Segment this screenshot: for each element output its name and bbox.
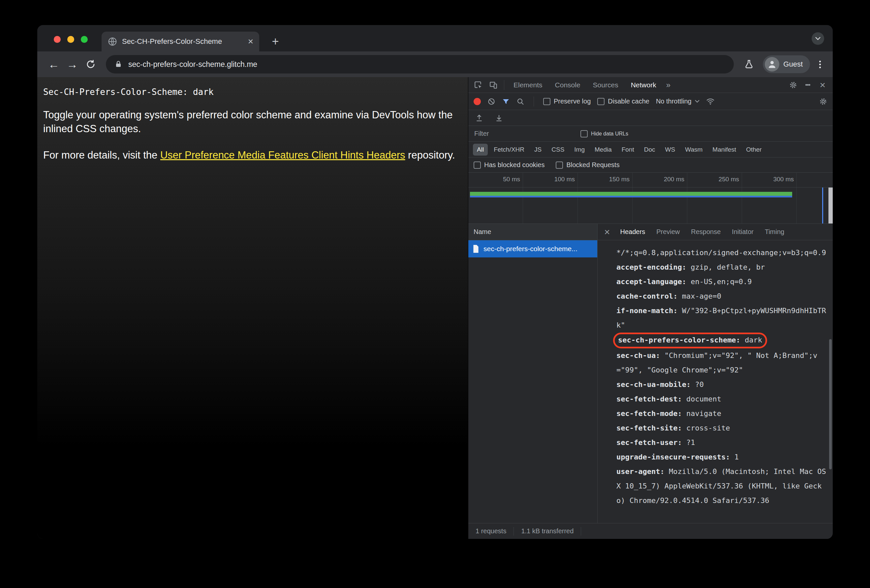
- lock-icon[interactable]: [115, 60, 122, 68]
- back-icon[interactable]: ←: [45, 55, 63, 73]
- hide-data-urls-checkbox[interactable]: Hide data URLs: [581, 130, 628, 137]
- overview-bar-green: [470, 192, 792, 196]
- pill-other[interactable]: Other: [742, 144, 766, 156]
- tick-label: 200 ms: [645, 176, 684, 183]
- header-line: sec-fetch-mode: navigate: [617, 406, 827, 421]
- traffic-lights: [54, 36, 88, 43]
- header-line: sec-fetch-user: ?1: [617, 435, 827, 450]
- header-line: accept-encoding: gzip, deflate, br: [617, 260, 827, 275]
- fullscreen-window-button[interactable]: [81, 36, 88, 43]
- tab-console[interactable]: Console: [549, 77, 586, 93]
- header-line: upgrade-insecure-requests: 1: [617, 450, 827, 465]
- document-icon: [472, 245, 480, 253]
- tick-label: 250 ms: [700, 176, 739, 183]
- header-line: */*;q=0.8,application/signed-exchange;v=…: [617, 245, 827, 260]
- pill-fetch-xhr[interactable]: Fetch/XHR: [490, 144, 528, 156]
- close-window-button[interactable]: [54, 36, 61, 43]
- beaker-icon[interactable]: [740, 55, 758, 73]
- filter-funnel-icon[interactable]: [502, 98, 510, 105]
- inspect-element-icon[interactable]: [471, 79, 486, 92]
- pill-wasm[interactable]: Wasm: [681, 144, 706, 156]
- header-line: sec-fetch-site: cross-site: [617, 421, 827, 435]
- pill-all[interactable]: All: [473, 144, 488, 156]
- pill-font[interactable]: Font: [618, 144, 638, 156]
- close-details-icon[interactable]: ×: [600, 227, 615, 237]
- network-controls: Preserve log Disable cache No throttling: [468, 93, 833, 110]
- export-har-icon[interactable]: [495, 114, 503, 122]
- browser-tab[interactable]: Sec-CH-Prefers-Color-Scheme ×: [101, 32, 259, 51]
- checkbox-icon: [474, 162, 481, 169]
- header-line: sec-ch-ua: "Chromium";v="92", " Not A;Br…: [617, 348, 827, 377]
- device-toolbar-icon[interactable]: [486, 79, 501, 92]
- color-scheme-status-text: Sec-CH-Prefers-Color-Scheme: dark: [43, 87, 462, 97]
- overview-scroll-handle[interactable]: [828, 187, 833, 223]
- header-line: sec-fetch-dest: document: [617, 392, 827, 406]
- devtools-close-icon[interactable]: ×: [815, 80, 830, 90]
- type-filter-pills: All Fetch/XHR JS CSS Img Media Font Doc …: [468, 142, 833, 157]
- clear-icon[interactable]: [487, 98, 495, 105]
- detail-tabbar: × Headers Preview Response Initiator Tim…: [597, 224, 833, 240]
- scrollbar-thumb[interactable]: [829, 339, 832, 469]
- url-bar[interactable]: sec-ch-prefers-color-scheme.glitch.me: [106, 55, 734, 73]
- overview-bar-blue: [470, 196, 792, 197]
- devtools-settings-gear-icon[interactable]: [786, 79, 800, 92]
- pill-doc[interactable]: Doc: [640, 144, 659, 156]
- load-event-line: [822, 187, 823, 223]
- requests-table: Name sec-ch-prefers-color-scheme...: [468, 224, 597, 523]
- blocked-requests-checkbox[interactable]: Blocked Requests: [556, 161, 619, 169]
- network-settings-gear-icon[interactable]: [819, 97, 827, 106]
- pill-img[interactable]: Img: [570, 144, 589, 156]
- forward-icon[interactable]: →: [63, 55, 82, 73]
- header-line: cache-control: max-age=0: [617, 289, 827, 304]
- header-line: sec-ch-ua-mobile: ?0: [617, 377, 827, 392]
- tab-response[interactable]: Response: [685, 224, 726, 240]
- throttling-select[interactable]: No throttling: [656, 98, 700, 105]
- request-name: sec-ch-prefers-color-scheme...: [484, 245, 578, 253]
- new-tab-button[interactable]: +: [268, 34, 283, 49]
- tab-preview[interactable]: Preview: [651, 224, 685, 240]
- search-icon[interactable]: [517, 98, 524, 105]
- header-line: accept-language: en-US,en;q=0.9: [617, 275, 827, 289]
- favicon-globe-icon: [107, 37, 118, 46]
- more-tabs-icon[interactable]: »: [663, 80, 674, 90]
- profile-button[interactable]: Guest: [763, 55, 810, 73]
- minimize-window-button[interactable]: [67, 36, 74, 43]
- tab-close-icon[interactable]: ×: [248, 37, 253, 46]
- tick-label: 300 ms: [754, 176, 794, 183]
- pill-js[interactable]: JS: [530, 144, 545, 156]
- import-har-icon[interactable]: [475, 114, 484, 122]
- request-row[interactable]: sec-ch-prefers-color-scheme...: [468, 240, 597, 257]
- preserve-log-checkbox[interactable]: Preserve log: [543, 98, 591, 105]
- headers-list: */*;q=0.8,application/signed-exchange;v=…: [597, 240, 833, 523]
- blocked-row: Has blocked cookies Blocked Requests: [468, 157, 833, 173]
- tab-search-chevron-icon[interactable]: [812, 32, 824, 45]
- pill-ws[interactable]: WS: [661, 144, 679, 156]
- checkbox-icon: [581, 130, 588, 137]
- tab-headers[interactable]: Headers: [615, 224, 651, 240]
- tick-label: 50 ms: [481, 176, 520, 183]
- tab-sources[interactable]: Sources: [587, 77, 624, 93]
- tab-elements[interactable]: Elements: [508, 77, 548, 93]
- reload-icon[interactable]: [82, 55, 100, 73]
- tick-label: 100 ms: [535, 176, 575, 183]
- pill-media[interactable]: Media: [591, 144, 616, 156]
- web-page: Sec-CH-Prefers-Color-Scheme: dark Toggle…: [37, 77, 468, 539]
- network-overview[interactable]: 50 ms 100 ms 150 ms 200 ms 250 ms 300 ms: [468, 173, 833, 224]
- client-hints-repo-link[interactable]: User Preference Media Features Client Hi…: [160, 149, 405, 161]
- devtools-panel: Elements Console Sources Network » ×: [468, 77, 833, 539]
- network-conditions-icon[interactable]: [706, 97, 715, 106]
- browser-menu-icon[interactable]: [815, 59, 825, 70]
- tab-network[interactable]: Network: [625, 77, 662, 93]
- disable-cache-checkbox[interactable]: Disable cache: [597, 98, 650, 105]
- has-blocked-cookies-checkbox[interactable]: Has blocked cookies: [474, 161, 544, 169]
- devtools-menu-icon[interactable]: [800, 79, 815, 92]
- record-icon[interactable]: [474, 98, 481, 105]
- tab-timing[interactable]: Timing: [759, 224, 790, 240]
- pill-css[interactable]: CSS: [547, 144, 568, 156]
- filter-input[interactable]: [474, 129, 572, 138]
- intro-paragraph: Toggle your operating system's preferred…: [43, 108, 462, 136]
- pill-manifest[interactable]: Manifest: [708, 144, 740, 156]
- tab-initiator[interactable]: Initiator: [726, 224, 759, 240]
- har-row: [468, 110, 833, 126]
- name-column-header[interactable]: Name: [468, 224, 597, 240]
